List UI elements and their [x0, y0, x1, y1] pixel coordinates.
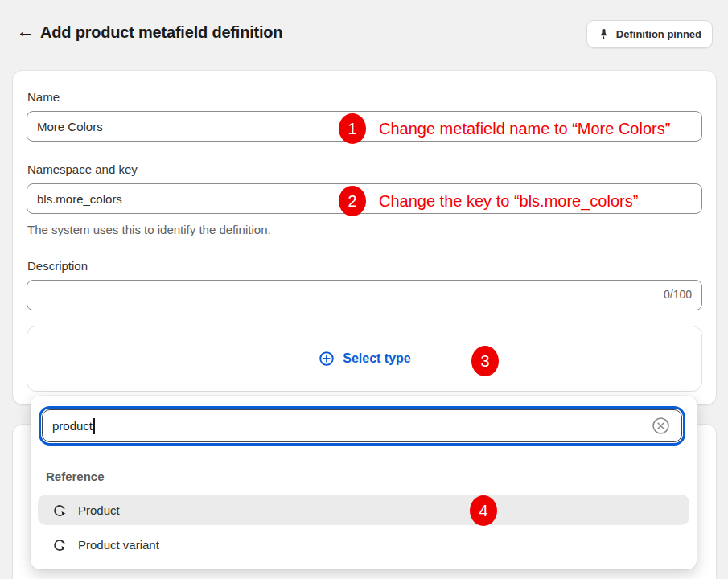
page-title: Add product metafield definition [40, 23, 282, 42]
reference-section-header: Reference [46, 470, 105, 483]
namespace-label: Namespace and key [27, 162, 138, 176]
type-search-input[interactable]: product [42, 409, 682, 442]
type-picker-popover: product Reference Product [31, 396, 697, 569]
definition-pinned-button[interactable]: Definition pinned [586, 20, 713, 48]
text-cursor [93, 418, 95, 434]
annotation-badge-4: 4 [470, 495, 497, 526]
search-query-text: product [52, 419, 93, 433]
annotation-badge-3: 3 [471, 346, 499, 376]
reference-icon [52, 503, 68, 518]
type-option-product-variant[interactable]: Product variant [38, 529, 689, 560]
description-char-counter: 0/100 [664, 288, 692, 301]
back-arrow-icon[interactable]: ← [16, 22, 35, 40]
reference-icon [52, 537, 68, 552]
namespace-help-text: The system uses this to identify the def… [27, 223, 271, 236]
name-label: Name [27, 90, 60, 104]
type-option-product[interactable]: Product [38, 495, 689, 525]
description-label: Description [27, 259, 88, 273]
annotation-note-1: Change metafield name to “More Colors” [379, 120, 670, 138]
page-header: ← Add product metafield definition Defin… [0, 0, 728, 53]
select-type-button[interactable]: Select type [27, 326, 702, 392]
annotation-badge-2: 2 [339, 186, 366, 216]
pushpin-icon [598, 28, 610, 40]
description-input[interactable] [27, 280, 702, 310]
clear-search-icon[interactable] [650, 415, 672, 437]
select-type-label: Select type [343, 351, 410, 366]
plus-circle-icon [318, 350, 335, 368]
annotation-badge-1: 1 [339, 113, 366, 144]
type-option-label: Product variant [78, 538, 159, 552]
annotation-note-2: Change the key to “bls.more_colors” [379, 192, 638, 211]
definition-pinned-label: Definition pinned [616, 28, 701, 40]
type-option-label: Product [78, 503, 120, 517]
